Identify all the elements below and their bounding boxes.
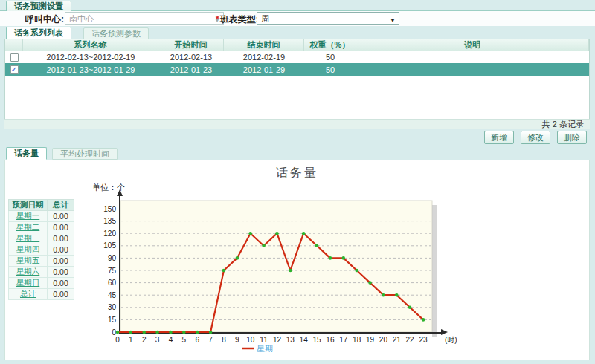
page-title-tab[interactable]: 话务预测设置 (6, 1, 71, 11)
svg-text:18: 18 (353, 336, 361, 344)
table-row[interactable]: 2012-02-13~2012-02-192012-02-132012-02-1… (5, 51, 589, 63)
svg-text:7: 7 (208, 336, 213, 344)
svg-text:8: 8 (222, 336, 226, 344)
required-asterisk: * (216, 14, 219, 25)
svg-text:5: 5 (182, 336, 187, 344)
svg-text:30: 30 (108, 303, 117, 311)
svg-text:15: 15 (312, 336, 321, 344)
svg-text:105: 105 (103, 241, 116, 250)
series-table-header: 系列名称 开始时间 结束时间 权重（%） 说明 (5, 39, 589, 51)
note-cell (356, 63, 589, 76)
header-note: 说明 (356, 39, 589, 51)
call-center-select[interactable]: 南中心 ▼ (65, 12, 224, 25)
tab-forecast-params[interactable]: 话务预测参数 (83, 27, 149, 39)
svg-text:20: 20 (379, 336, 388, 344)
series-table-body: 2012-02-13~2012-02-192012-02-132012-02-1… (5, 51, 589, 76)
svg-text:(时): (时) (445, 336, 457, 344)
svg-text:60: 60 (108, 279, 117, 287)
svg-text:3: 3 (155, 336, 160, 344)
svg-text:120: 120 (103, 230, 116, 238)
note-cell (356, 51, 589, 63)
row-checkbox[interactable]: ✓ (10, 65, 19, 74)
svg-text:150: 150 (103, 205, 116, 213)
toolbar: 呼叫中心: 南中心 ▼ *班表类型: 周 ▼ (0, 11, 595, 26)
svg-text:10: 10 (246, 336, 255, 344)
weight-cell: 50 (304, 63, 356, 76)
start-time-cell: 2012-02-13 (158, 51, 224, 63)
call-center-label: 呼叫中心: (25, 13, 64, 26)
table-row[interactable]: ✓2012-01-23~2012-01-292012-01-232012-01-… (5, 63, 589, 76)
modify-button[interactable]: 修改 (521, 131, 550, 144)
svg-text:75: 75 (108, 267, 117, 275)
svg-text:13: 13 (286, 336, 295, 344)
end-time-cell: 2012-01-29 (224, 63, 304, 76)
tab-series-list[interactable]: 话务系列列表 (6, 27, 71, 39)
series-name-cell: 2012-01-23~2012-01-29 (23, 63, 158, 76)
header-series-name: 系列名称 (23, 39, 158, 51)
weight-cell: 50 (304, 51, 356, 63)
call-center-value: 南中心 (69, 14, 94, 23)
svg-text:16: 16 (326, 336, 335, 344)
svg-text:12: 12 (273, 336, 282, 344)
start-time-cell: 2012-01-23 (158, 63, 224, 76)
add-button[interactable]: 新增 (484, 131, 514, 144)
traffic-line-chart: 0153045607590105120135150012345678910111… (5, 160, 591, 360)
header-checkbox-cell (5, 39, 23, 51)
schedule-type-label: *班表类型: (216, 13, 259, 26)
row-checkbox[interactable] (10, 53, 19, 62)
svg-text:17: 17 (339, 336, 348, 344)
series-table: 系列名称 开始时间 结束时间 权重（%） 说明 2012-02-13~2012-… (4, 39, 590, 119)
header-weight: 权重（%） (304, 39, 356, 51)
tab-traffic-volume[interactable]: 话务量 (6, 147, 47, 160)
svg-text:21: 21 (393, 336, 402, 344)
svg-text:9: 9 (235, 336, 239, 344)
chevron-down-icon: ▼ (390, 15, 396, 26)
svg-text:135: 135 (103, 217, 116, 225)
schedule-type-value: 周 (261, 14, 269, 23)
svg-text:11: 11 (260, 336, 268, 344)
svg-text:0: 0 (115, 336, 120, 344)
svg-text:22: 22 (406, 336, 415, 344)
delete-button[interactable]: 删除 (557, 131, 587, 144)
svg-text:19: 19 (366, 336, 375, 344)
svg-text:星期一: 星期一 (257, 344, 281, 353)
record-count: 共 2 条记录 (4, 119, 590, 129)
tab-avg-handle-time[interactable]: 平均处理时间 (52, 148, 118, 160)
chart-panel: 话务量 单位：个 预测日期 总计 星期一0.00星期二0.00星期三0.00星期… (4, 160, 590, 360)
svg-text:1: 1 (129, 336, 133, 344)
series-name-cell: 2012-02-13~2012-02-19 (23, 51, 158, 63)
svg-text:2: 2 (142, 336, 147, 344)
header-end-time: 结束时间 (224, 39, 304, 51)
end-time-cell: 2012-02-19 (224, 51, 304, 63)
svg-text:6: 6 (195, 336, 199, 344)
svg-text:4: 4 (169, 336, 173, 344)
svg-text:23: 23 (419, 336, 428, 344)
svg-text:14: 14 (300, 336, 309, 344)
schedule-type-select[interactable]: 周 ▼ (257, 12, 399, 25)
svg-text:15: 15 (108, 316, 117, 324)
app-window: 话务预测设置 呼叫中心: 南中心 ▼ *班表类型: 周 ▼ 话务系列列表 话务预… (0, 0, 595, 364)
row-checkbox-cell (5, 51, 23, 63)
svg-text:90: 90 (108, 254, 117, 262)
action-button-row: 新增修改删除 (4, 131, 590, 146)
header-start-time: 开始时间 (158, 39, 224, 51)
svg-text:45: 45 (108, 291, 117, 299)
row-checkbox-cell: ✓ (5, 63, 23, 76)
svg-text:0: 0 (112, 328, 116, 337)
